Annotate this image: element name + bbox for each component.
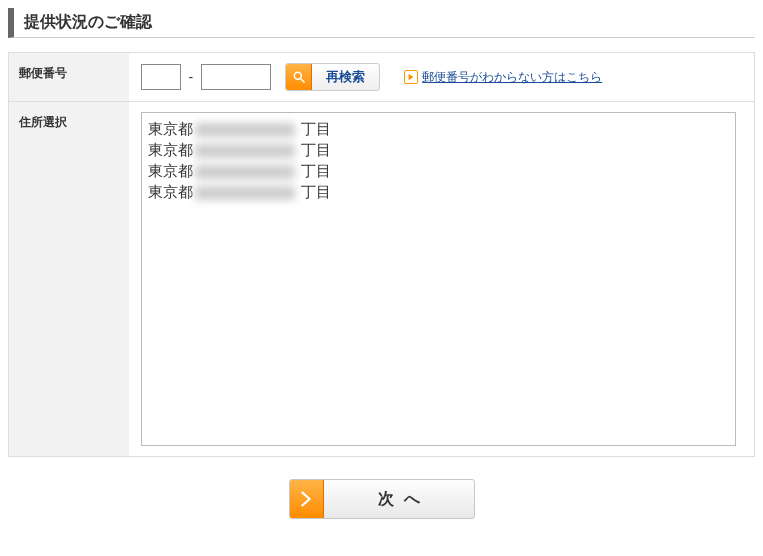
address-prefix: 東京都 — [148, 183, 193, 200]
address-label: 住所選択 — [9, 102, 129, 457]
postal-row: 郵便番号 - 再検索 郵便番号がわからない方はこちら — [9, 53, 755, 102]
address-suffix: 丁目 — [297, 141, 331, 158]
help-link[interactable]: 郵便番号がわからない方はこちら — [422, 69, 602, 86]
arrow-right-icon — [290, 480, 324, 518]
address-suffix: 丁目 — [297, 120, 331, 137]
postal-label: 郵便番号 — [9, 53, 129, 102]
address-listbox[interactable]: 東京都■■■■■■ 丁目東京都■■■■■■ 丁目東京都■■■■■■ 丁目東京都■… — [141, 112, 736, 446]
zip-separator: - — [189, 69, 194, 85]
svg-line-1 — [300, 79, 304, 83]
postal-value-cell: - 再検索 郵便番号がわからない方はこちら — [129, 53, 755, 102]
address-suffix: 丁目 — [297, 162, 331, 179]
address-suffix: 丁目 — [297, 183, 331, 200]
address-row: 住所選択 東京都■■■■■■ 丁目東京都■■■■■■ 丁目東京都■■■■■■ 丁… — [9, 102, 755, 457]
zip1-input[interactable] — [141, 64, 181, 90]
list-item[interactable]: 東京都■■■■■■ 丁目 — [144, 140, 733, 161]
address-masked: ■■■■■■ — [195, 144, 295, 158]
help-link-wrap: 郵便番号がわからない方はこちら — [404, 69, 602, 86]
zip2-input[interactable] — [201, 64, 271, 90]
next-button-label: 次へ — [324, 489, 474, 510]
form-table: 郵便番号 - 再検索 郵便番号がわからない方はこちら — [8, 52, 755, 457]
next-button[interactable]: 次へ — [289, 479, 475, 519]
address-value-cell: 東京都■■■■■■ 丁目東京都■■■■■■ 丁目東京都■■■■■■ 丁目東京都■… — [129, 102, 755, 457]
page-title: 提供状況のご確認 — [8, 8, 755, 38]
search-button-label: 再検索 — [312, 68, 379, 86]
list-item[interactable]: 東京都■■■■■■ 丁目 — [144, 161, 733, 182]
list-item[interactable]: 東京都■■■■■■ 丁目 — [144, 182, 733, 203]
re-search-button[interactable]: 再検索 — [285, 63, 380, 91]
arrow-right-icon — [404, 70, 418, 84]
zip-row: - 再検索 郵便番号がわからない方はこちら — [141, 63, 743, 91]
search-icon — [286, 64, 312, 90]
address-masked: ■■■■■■ — [195, 165, 295, 179]
address-prefix: 東京都 — [148, 162, 193, 179]
address-masked: ■■■■■■ — [195, 186, 295, 200]
address-masked: ■■■■■■ — [195, 123, 295, 137]
list-item[interactable]: 東京都■■■■■■ 丁目 — [144, 119, 733, 140]
next-area: 次へ — [8, 479, 755, 519]
address-prefix: 東京都 — [148, 120, 193, 137]
address-prefix: 東京都 — [148, 141, 193, 158]
